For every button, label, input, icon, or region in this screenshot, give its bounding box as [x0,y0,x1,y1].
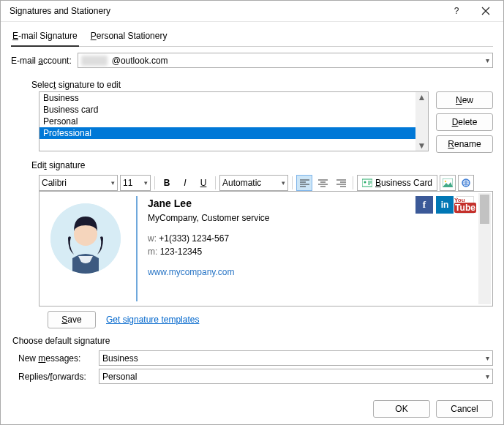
chevron-down-icon: ▾ [483,354,489,362]
sig-name: Jane Lee [148,196,270,211]
save-row: Save Get signature templates [48,311,493,328]
bold-button[interactable]: B [159,175,175,191]
replies-row: Replies/forwards: Personal▾ [18,369,493,384]
chevron-down-icon: ▾ [483,56,489,64]
preview-scrollbar[interactable] [478,193,491,304]
delete-button[interactable]: Delete [436,113,493,131]
signature-preview[interactable]: Jane Lee MyCompany, Customer service f i… [39,191,493,306]
tab-email-signature[interactable]: E-mail Signature [11,28,79,47]
svg-point-1 [364,181,366,184]
link-icon [461,178,472,188]
dialog-footer: OK Cancel [1,393,503,425]
signature-list-items: Business Business card Personal Professi… [40,92,415,151]
font-color-select[interactable]: Automatic▾ [219,175,288,191]
card-icon [362,178,372,187]
close-button[interactable] [471,1,500,21]
format-toolbar: Calibri▾ 11▾ B I U Automatic▾ Business C… [39,175,493,191]
font-family-select[interactable]: Calibri▾ [39,175,118,191]
list-item[interactable]: Professional [40,127,415,139]
preview-body: Jane Lee MyCompany, Customer service f i… [41,193,478,304]
replies-select[interactable]: Personal▾ [99,369,493,384]
new-messages-label: New messages: [18,353,94,364]
cancel-button[interactable]: Cancel [436,400,493,418]
align-center-button[interactable] [315,175,331,191]
sig-work-phone: w: +1(333) 1234-567 [148,232,474,245]
youtube-icon: YouTube [456,196,474,214]
edit-signature-label: Edit signature [31,160,493,170]
new-button[interactable]: New [436,91,493,109]
align-right-button[interactable] [333,175,349,191]
listbox-scrollbar[interactable]: ▲▼ [415,92,428,151]
account-row: E-mail account: xxxxxx@outlook.com ▾ [11,53,493,68]
save-button[interactable]: Save [48,311,96,328]
close-icon [481,7,490,15]
facebook-icon: f [415,196,433,214]
tab-personal-stationery[interactable]: Personal Stationery [89,28,169,46]
account-select[interactable]: xxxxxx@outlook.com ▾ [78,53,493,68]
align-center-icon [318,179,328,187]
underline-button[interactable]: U [195,175,211,191]
replies-label: Replies/forwards: [18,372,94,382]
signature-text: Jane Lee MyCompany, Customer service f i… [136,196,474,301]
tab-strip: E-mail Signature Personal Stationery [11,28,493,47]
new-messages-row: New messages: Business▾ [18,350,493,366]
get-templates-link[interactable]: Get signature templates [106,315,199,325]
signature-buttons: New Delete Rename [436,91,493,153]
list-item[interactable]: Business [40,92,415,104]
business-card-button[interactable]: Business Card [357,175,437,191]
account-label: E-mail account: [11,56,72,66]
align-right-icon [336,179,346,187]
sig-company: MyCompany, Customer service [148,211,270,225]
align-left-icon [300,179,309,187]
new-messages-select[interactable]: Business▾ [99,350,493,366]
insert-picture-button[interactable] [440,175,456,191]
italic-button[interactable]: I [177,175,193,191]
rename-button[interactable]: Rename [436,135,493,153]
linkedin-icon: in [436,196,454,214]
svg-point-3 [445,181,446,182]
avatar-container [45,196,126,301]
insert-hyperlink-button[interactable] [458,175,474,191]
ok-button[interactable]: OK [373,400,430,418]
picture-icon [443,178,453,187]
help-button[interactable]: ? [442,1,471,21]
signature-listbox[interactable]: Business Business card Personal Professi… [39,91,429,151]
list-item[interactable]: Personal [40,116,415,127]
social-icons: f in YouTube [415,196,474,214]
sig-mobile-phone: m: 123-12345 [148,245,474,258]
list-item[interactable]: Business card [40,104,415,116]
chevron-down-icon: ▾ [483,372,489,380]
avatar-image [50,203,121,274]
align-left-button[interactable] [296,175,312,191]
dialog-title: Signatures and Stationery [10,6,442,16]
defaults-label: Choose default signature [12,336,493,346]
signatures-dialog: Signatures and Stationery ? E-mail Signa… [0,0,504,425]
font-size-select[interactable]: 11▾ [120,175,151,191]
select-signature-label: Select signature to edit [31,80,493,90]
titlebar: Signatures and Stationery ? [1,1,503,22]
dialog-body: E-mail Signature Personal Stationery E-m… [1,22,503,393]
sig-url: www.mycompany.com [148,266,474,279]
